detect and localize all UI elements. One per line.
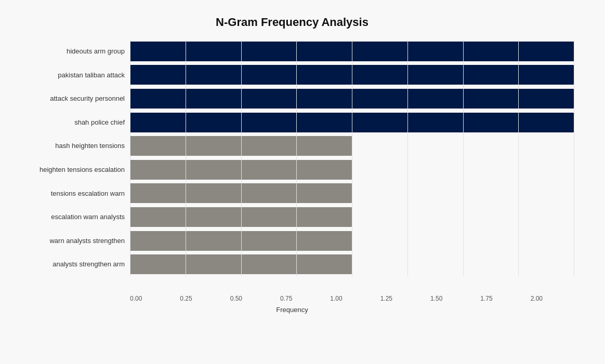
y-label: analysts strengthen arm <box>10 252 125 276</box>
bar-row <box>130 88 574 110</box>
x-tick: 0.25 <box>180 295 192 302</box>
bar-row <box>130 230 574 252</box>
bar <box>130 89 574 109</box>
bar-row <box>130 135 574 157</box>
x-axis-title: Frequency <box>10 306 574 314</box>
bar <box>130 160 352 180</box>
x-tick: 0.50 <box>230 295 242 302</box>
chart-title: N-Gram Frequency Analysis <box>10 16 574 29</box>
bar-row <box>130 182 574 204</box>
y-label: attack security personnel <box>10 87 125 111</box>
bar <box>130 231 352 251</box>
bar-row <box>130 253 574 275</box>
bars-area <box>130 39 574 276</box>
bar <box>130 42 574 61</box>
x-tick: 2.00 <box>531 295 543 302</box>
x-tick: 1.75 <box>480 295 492 302</box>
bar <box>130 183 352 203</box>
bar <box>130 254 352 274</box>
chart-container: N-Gram Frequency Analysis hideouts arm g… <box>0 0 605 364</box>
bar-row <box>130 41 574 62</box>
y-axis: hideouts arm grouppakistan taliban attac… <box>10 39 130 276</box>
x-tick: 1.50 <box>430 295 442 302</box>
y-label: shah police chief <box>10 111 125 134</box>
y-label: escalation warn analysts <box>10 205 125 229</box>
bar-row <box>130 159 574 181</box>
y-label: warn analysts strengthen <box>10 229 125 253</box>
y-label: hideouts arm group <box>10 39 125 63</box>
bar-row <box>130 112 574 133</box>
y-label: tensions escalation warn <box>10 182 125 206</box>
x-tick: 0.75 <box>280 295 292 302</box>
x-tick: 0.00 <box>130 295 142 302</box>
bar-row <box>130 206 574 228</box>
x-axis-labels: 0.000.250.500.751.001.251.501.752.00 <box>130 295 543 302</box>
x-tick: 1.00 <box>330 295 342 302</box>
x-tick: 1.25 <box>380 295 392 302</box>
grid-line <box>574 39 574 276</box>
chart-area: hideouts arm grouppakistan taliban attac… <box>10 39 574 276</box>
bar <box>130 207 352 227</box>
bar <box>130 65 574 85</box>
bar-row <box>130 64 574 86</box>
y-label: hash heighten tensions <box>10 134 125 158</box>
bar <box>130 136 352 156</box>
y-label: pakistan taliban attack <box>10 63 125 87</box>
y-label: heighten tensions escalation <box>10 158 125 182</box>
bar <box>130 113 574 132</box>
